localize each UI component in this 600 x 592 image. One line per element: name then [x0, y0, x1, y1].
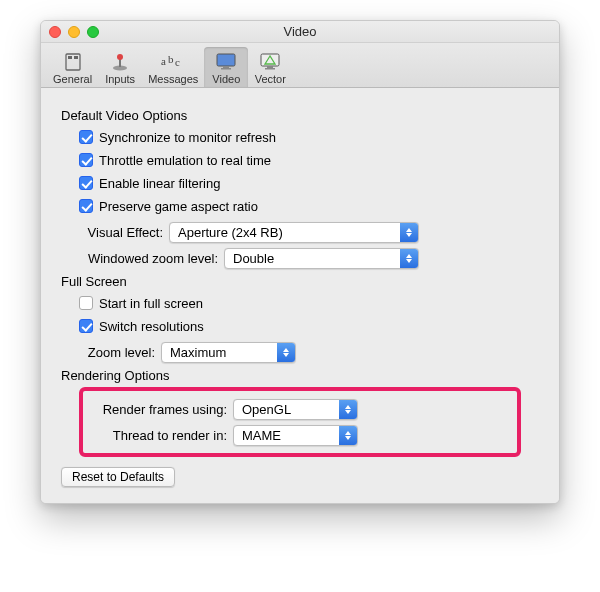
- svg-rect-10: [223, 66, 229, 68]
- label-windowed-zoom: Windowed zoom level:: [79, 251, 224, 266]
- row-fs-switch: Switch resolutions: [79, 316, 539, 336]
- select-value: OpenGL: [234, 402, 339, 417]
- vector-icon: [256, 51, 284, 73]
- svg-point-5: [117, 54, 123, 60]
- row-throttle: Throttle emulation to real time: [79, 150, 539, 170]
- select-value: Aperture (2x4 RB): [170, 225, 400, 240]
- svg-text:b: b: [168, 53, 174, 65]
- select-value: Double: [225, 251, 400, 266]
- joystick-icon: [106, 51, 134, 73]
- checkbox-fs-switch[interactable]: [79, 319, 93, 333]
- toolbar-label: Inputs: [105, 73, 135, 85]
- select-visual-effect[interactable]: Aperture (2x4 RB): [169, 222, 419, 243]
- general-icon: [59, 51, 87, 73]
- reset-button-label: Reset to Defaults: [72, 470, 164, 484]
- toolbar-label: Vector: [255, 73, 286, 85]
- toolbar-label: Video: [212, 73, 240, 85]
- preferences-window: Video General Inputs abc Messages Video: [40, 20, 560, 504]
- label-fs-start: Start in full screen: [99, 296, 203, 311]
- section-default-video: Default Video Options: [61, 108, 539, 123]
- checkbox-linear[interactable]: [79, 176, 93, 190]
- content-area: Default Video Options Synchronize to mon…: [41, 88, 559, 503]
- messages-icon: abc: [159, 51, 187, 73]
- toolbar-item-general[interactable]: General: [47, 47, 98, 87]
- row-fs-start: Start in full screen: [79, 293, 539, 313]
- label-linear: Enable linear filtering: [99, 176, 220, 191]
- svg-rect-9: [217, 54, 235, 66]
- chevron-updown-icon: [339, 400, 357, 419]
- row-sync: Synchronize to monitor refresh: [79, 127, 539, 147]
- checkbox-sync[interactable]: [79, 130, 93, 144]
- toolbar: General Inputs abc Messages Video Vector: [41, 43, 559, 88]
- chevron-updown-icon: [400, 249, 418, 268]
- label-fs-zoom: Zoom level:: [79, 345, 161, 360]
- label-throttle: Throttle emulation to real time: [99, 153, 271, 168]
- row-aspect: Preserve game aspect ratio: [79, 196, 539, 216]
- close-button[interactable]: [49, 26, 61, 38]
- maximize-button[interactable]: [87, 26, 99, 38]
- row-windowed-zoom: Windowed zoom level: Double: [79, 248, 539, 268]
- checkbox-fs-start[interactable]: [79, 296, 93, 310]
- window-title: Video: [283, 24, 316, 39]
- rendering-highlight: Render frames using: OpenGL Thread to re…: [79, 387, 521, 457]
- titlebar: Video: [41, 21, 559, 43]
- label-aspect: Preserve game aspect ratio: [99, 199, 258, 214]
- svg-text:a: a: [161, 55, 166, 67]
- row-visual-effect: Visual Effect: Aperture (2x4 RB): [79, 222, 539, 242]
- monitor-icon: [212, 51, 240, 73]
- svg-rect-1: [68, 56, 72, 59]
- window-controls: [49, 26, 99, 38]
- label-sync: Synchronize to monitor refresh: [99, 130, 276, 145]
- label-visual-effect: Visual Effect:: [79, 225, 169, 240]
- section-rendering: Rendering Options: [61, 368, 539, 383]
- checkbox-aspect[interactable]: [79, 199, 93, 213]
- toolbar-item-video[interactable]: Video: [204, 47, 248, 87]
- select-render-thread[interactable]: MAME: [233, 425, 358, 446]
- select-fs-zoom[interactable]: Maximum: [161, 342, 296, 363]
- label-render-frames: Render frames using:: [93, 402, 233, 417]
- select-render-frames[interactable]: OpenGL: [233, 399, 358, 420]
- chevron-updown-icon: [400, 223, 418, 242]
- row-fs-zoom: Zoom level: Maximum: [79, 342, 539, 362]
- label-render-thread: Thread to render in:: [93, 428, 233, 443]
- svg-text:c: c: [175, 56, 180, 68]
- toolbar-item-messages[interactable]: abc Messages: [142, 47, 204, 87]
- select-windowed-zoom[interactable]: Double: [224, 248, 419, 269]
- chevron-updown-icon: [339, 426, 357, 445]
- svg-rect-2: [74, 56, 78, 59]
- row-linear: Enable linear filtering: [79, 173, 539, 193]
- toolbar-item-vector[interactable]: Vector: [248, 47, 292, 87]
- checkbox-throttle[interactable]: [79, 153, 93, 167]
- select-value: MAME: [234, 428, 339, 443]
- chevron-updown-icon: [277, 343, 295, 362]
- row-render-thread: Thread to render in: MAME: [93, 425, 507, 445]
- row-render-frames: Render frames using: OpenGL: [93, 399, 507, 419]
- label-fs-switch: Switch resolutions: [99, 319, 204, 334]
- select-value: Maximum: [162, 345, 277, 360]
- section-fullscreen: Full Screen: [61, 274, 539, 289]
- toolbar-item-inputs[interactable]: Inputs: [98, 47, 142, 87]
- svg-rect-11: [221, 68, 231, 70]
- reset-button[interactable]: Reset to Defaults: [61, 467, 175, 487]
- toolbar-label: Messages: [148, 73, 198, 85]
- svg-rect-14: [267, 66, 273, 68]
- toolbar-label: General: [53, 73, 92, 85]
- minimize-button[interactable]: [68, 26, 80, 38]
- svg-rect-15: [265, 68, 275, 70]
